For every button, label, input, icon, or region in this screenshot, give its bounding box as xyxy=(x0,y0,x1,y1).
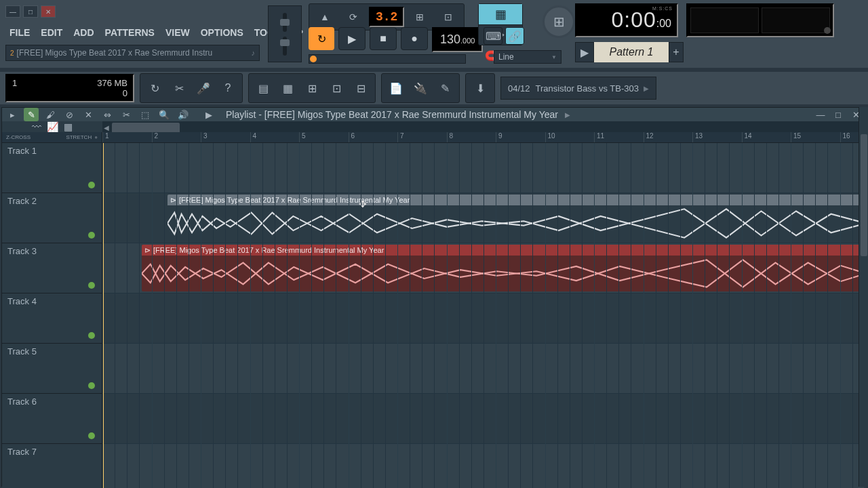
song-position-bar[interactable] xyxy=(309,54,466,64)
menu-add[interactable]: ADD xyxy=(69,24,98,41)
scrollbar-thumb[interactable] xyxy=(861,134,867,256)
bar-marker[interactable]: 11 xyxy=(594,132,604,142)
pl-sync-button[interactable]: ▶ xyxy=(201,108,216,121)
view-piano-roll-button[interactable]: ▦ xyxy=(276,77,299,100)
step-icon[interactable]: ⊡ xyxy=(435,8,461,26)
track-row[interactable]: ⊳[FREE] Migos Type Beat 2017 x Rae Sremm… xyxy=(102,193,866,243)
view-browser-button[interactable]: ⊟ xyxy=(349,77,372,100)
chevron-left-icon[interactable]: ◀ xyxy=(104,124,109,131)
close-button[interactable]: ✕ xyxy=(41,5,56,18)
track-header-5[interactable]: Track 5 xyxy=(2,344,102,394)
maximize-button[interactable]: □ xyxy=(23,5,38,18)
pl-zoom-tool[interactable]: 🔍 xyxy=(157,108,172,121)
pl-draw-tool[interactable]: ✎ xyxy=(24,108,39,121)
mute-button[interactable] xyxy=(88,432,95,439)
pl-playback-tool[interactable]: 🔊 xyxy=(176,108,191,121)
track-header-7[interactable]: Track 7 xyxy=(2,444,102,488)
bar-marker[interactable]: 12 xyxy=(644,132,654,142)
play-button[interactable]: ▶ xyxy=(338,27,366,50)
news-bar[interactable]: 04/12 Transistor Bass vs TB-303 ▶ xyxy=(500,77,656,100)
audio-clip-gray[interactable]: ⊳[FREE] Migos Type Beat 2017 x Rae Sremm… xyxy=(167,195,866,241)
timeline-area[interactable]: 12345678910111213141516 ⊳[FREE] Migos Ty… xyxy=(102,132,866,488)
cut-button[interactable]: ✂ xyxy=(167,77,191,100)
mute-button[interactable] xyxy=(88,232,95,239)
countdown-icon[interactable]: ⟳ xyxy=(340,8,366,26)
track-row[interactable] xyxy=(102,344,866,394)
minimize-button[interactable]: — xyxy=(5,5,20,18)
download-button[interactable]: ⬇ xyxy=(469,77,492,100)
zcross-toggle[interactable]: Z-CROSS xyxy=(6,134,31,140)
waveform-icon[interactable]: 〰 xyxy=(32,121,41,132)
clip-handle-icon[interactable]: ⊳ xyxy=(170,196,176,205)
metronome-icon[interactable]: ▲ xyxy=(312,8,338,26)
pl-select-tool[interactable]: ⬚ xyxy=(138,108,153,121)
bar-marker[interactable]: 3 xyxy=(201,132,208,142)
bar-marker[interactable]: 13 xyxy=(692,132,703,142)
pl-minimize-button[interactable]: — xyxy=(813,108,828,121)
menu-view[interactable]: VIEW xyxy=(161,24,194,41)
plugin-button[interactable]: 🔌 xyxy=(409,77,432,100)
bar-marker[interactable]: 2 xyxy=(152,132,159,142)
bar-marker[interactable]: 14 xyxy=(742,132,752,142)
master-pitch-slider[interactable] xyxy=(283,13,287,32)
track-row[interactable] xyxy=(102,394,866,444)
pattern-play-button[interactable]: ▶ xyxy=(575,42,594,62)
bar-marker[interactable]: 7 xyxy=(397,132,404,142)
vertical-scrollbar[interactable] xyxy=(859,107,868,487)
clip-handle-icon[interactable]: ⊳ xyxy=(144,246,151,255)
mute-button[interactable] xyxy=(88,282,95,289)
track-header-1[interactable]: Track 1 xyxy=(2,143,102,193)
pl-mute-tool[interactable]: ✕ xyxy=(81,108,96,121)
menu-patterns[interactable]: PATTERNS xyxy=(101,24,159,41)
pl-paint-tool[interactable]: 🖌 xyxy=(43,108,58,121)
loop-button[interactable]: ↻ xyxy=(309,27,334,50)
mute-button[interactable] xyxy=(88,182,95,188)
bar-marker[interactable]: 16 xyxy=(840,132,850,142)
pattern-add-button[interactable]: + xyxy=(669,42,684,62)
bar-marker[interactable]: 15 xyxy=(791,132,801,142)
tempo-display[interactable]: 130.000 xyxy=(432,27,483,52)
blend-icon[interactable]: ⊞ xyxy=(407,8,433,26)
track-header-6[interactable]: Track 6 xyxy=(2,394,102,444)
bar-ruler[interactable]: 12345678910111213141516 xyxy=(102,132,866,143)
stop-button[interactable]: ■ xyxy=(370,27,397,50)
bar-marker[interactable]: 8 xyxy=(447,132,454,142)
record-button[interactable]: ● xyxy=(401,27,428,50)
track-row[interactable] xyxy=(102,444,866,488)
link-button[interactable]: 🔗 xyxy=(505,27,524,45)
time-display[interactable]: M:S:CS 0:00 :00 xyxy=(575,3,678,37)
bar-marker[interactable]: 10 xyxy=(545,132,555,142)
undo-button[interactable]: ↻ xyxy=(143,77,166,100)
view-mixer-button[interactable]: ⊡ xyxy=(325,77,348,100)
pl-erase-tool[interactable]: ⊘ xyxy=(62,108,77,121)
view-playlist-button[interactable]: ▤ xyxy=(252,77,275,100)
menu-edit[interactable]: EDIT xyxy=(37,24,66,41)
stretch-toggle[interactable]: STRETCH xyxy=(66,134,92,140)
track-row[interactable]: ⊳[FREE] Migos Type Beat 2017 x Rae Sremm… xyxy=(102,243,866,293)
snap-selector[interactable]: Line ▼ xyxy=(494,50,561,64)
bar-marker[interactable]: 5 xyxy=(299,132,306,142)
brush-button[interactable]: ✎ xyxy=(433,77,456,100)
bar-marker[interactable]: 4 xyxy=(250,132,257,142)
bar-marker[interactable]: 9 xyxy=(496,132,502,142)
record-mic-button[interactable]: 🎤 xyxy=(192,77,215,100)
track-row[interactable] xyxy=(102,143,866,193)
track-header-4[interactable]: Track 4 xyxy=(2,293,102,344)
pl-slip-tool[interactable]: ⇔ xyxy=(100,108,115,121)
master-volume-slider[interactable] xyxy=(283,37,287,56)
bar-marker[interactable]: 6 xyxy=(349,132,355,142)
pl-maximize-button[interactable]: □ xyxy=(831,108,846,121)
mixer-button[interactable]: ⊞ xyxy=(542,5,575,38)
song-position-marker[interactable] xyxy=(310,56,317,62)
pattern-icon[interactable]: ▦ xyxy=(64,121,73,132)
open-button[interactable]: 📄 xyxy=(384,77,408,100)
mute-button[interactable] xyxy=(88,332,95,339)
time-signature[interactable]: 3.2 xyxy=(369,7,404,27)
track-header-3[interactable]: Track 3 xyxy=(2,243,102,293)
automation-icon[interactable]: 📈 xyxy=(47,121,58,132)
typing-keyboard-button[interactable]: ⌨ xyxy=(484,27,502,45)
horizontal-scrollbar[interactable]: ◀ ▶ xyxy=(102,121,866,132)
bar-marker[interactable]: 1 xyxy=(102,132,109,142)
track-row[interactable] xyxy=(102,293,866,344)
view-channel-rack-button[interactable]: ⊞ xyxy=(300,77,323,100)
